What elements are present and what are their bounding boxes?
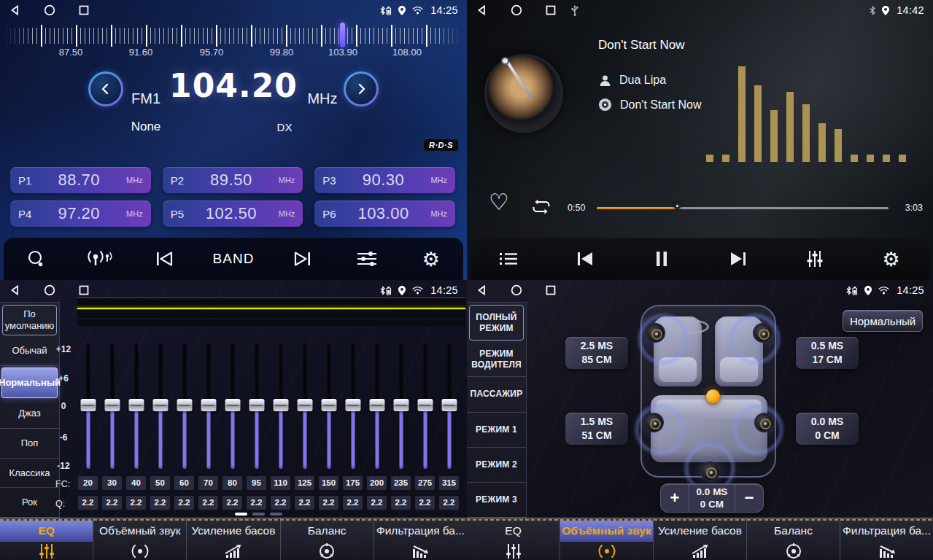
- q-value[interactable]: 2.2: [415, 496, 435, 510]
- settings-gear-icon[interactable]: ⚙: [415, 243, 447, 275]
- eq-preset-default[interactable]: По умолчанию: [2, 305, 57, 335]
- front-right-delay[interactable]: 0.5 MS 17 CM: [796, 337, 859, 369]
- eq-band-slider[interactable]: [365, 343, 389, 469]
- slider-knob[interactable]: [369, 399, 384, 411]
- eq-band-slider[interactable]: [413, 343, 437, 469]
- tab-balance[interactable]: Баланс: [281, 518, 374, 560]
- fc-value[interactable]: 95: [247, 476, 266, 490]
- q-value[interactable]: 2.2: [391, 496, 411, 510]
- slider-knob[interactable]: [104, 399, 120, 411]
- nav-back-icon[interactable]: [9, 4, 21, 17]
- tab-filter[interactable]: Фильтрация ба...: [374, 518, 467, 560]
- tab-balance[interactable]: Баланс: [747, 518, 840, 560]
- nav-home-icon[interactable]: [43, 4, 55, 17]
- fc-value[interactable]: 200: [367, 476, 387, 490]
- fc-value[interactable]: 50: [150, 476, 170, 490]
- slider-knob[interactable]: [201, 399, 216, 411]
- fc-value[interactable]: 70: [198, 476, 218, 490]
- q-value[interactable]: 2.2: [150, 496, 170, 510]
- fc-value[interactable]: 235: [391, 476, 411, 490]
- listening-position-marker[interactable]: [706, 389, 720, 403]
- q-value[interactable]: 2.2: [102, 496, 122, 510]
- front-left-speaker-icon[interactable]: [646, 323, 665, 343]
- subwoofer-icon[interactable]: [700, 462, 720, 481]
- eq-preset-classic[interactable]: Классика: [0, 459, 59, 489]
- tab-eq[interactable]: EQ: [0, 518, 93, 560]
- tab-filter[interactable]: Фильтрация ба...: [840, 518, 933, 560]
- slider-knob[interactable]: [441, 399, 457, 411]
- favorite-heart-icon[interactable]: ♡: [489, 191, 509, 214]
- front-left-delay[interactable]: 2.5 MS 85 CM: [565, 337, 628, 369]
- mode-driver[interactable]: РЕЖИМ ВОДИТЕЛЯ: [467, 342, 526, 377]
- q-value[interactable]: 2.2: [78, 496, 98, 510]
- fc-value[interactable]: 315: [439, 476, 459, 490]
- nav-recents-icon[interactable]: [544, 4, 557, 17]
- radio-preset[interactable]: P4 97.20 MHz: [10, 201, 151, 227]
- rear-right-speaker-icon[interactable]: [754, 413, 774, 432]
- q-value[interactable]: 2.2: [319, 496, 338, 510]
- nav-home-icon[interactable]: [510, 284, 522, 297]
- q-value[interactable]: 2.2: [271, 496, 290, 510]
- slider-knob[interactable]: [177, 399, 192, 411]
- eq-band-slider[interactable]: [268, 343, 293, 469]
- eq-band-slider[interactable]: [389, 343, 413, 469]
- q-value[interactable]: 2.2: [198, 496, 218, 510]
- fc-value[interactable]: 110: [271, 476, 290, 490]
- broadcast-button[interactable]: [84, 243, 116, 275]
- eq-preset-pop[interactable]: Поп: [0, 429, 59, 459]
- eq-band-slider[interactable]: [148, 343, 172, 469]
- tab-bass-boost[interactable]: Усиление басов: [187, 518, 280, 560]
- slider-knob[interactable]: [80, 399, 96, 411]
- eq-band-slider[interactable]: [341, 343, 365, 469]
- nav-home-icon[interactable]: [510, 4, 522, 17]
- scan-button[interactable]: [20, 243, 52, 275]
- eq-preset-rock[interactable]: Рок: [0, 488, 59, 518]
- eq-preset-normal[interactable]: Нормальный: [1, 368, 58, 398]
- eq-preset-jazz[interactable]: Джаз: [0, 400, 59, 429]
- fc-value[interactable]: 275: [415, 476, 435, 490]
- frequency-pointer[interactable]: [340, 23, 345, 47]
- fc-value[interactable]: 150: [319, 476, 338, 490]
- band-button[interactable]: BAND: [213, 243, 255, 275]
- nav-recents-icon[interactable]: [544, 284, 557, 297]
- radio-preset[interactable]: P3 90.30 MHz: [314, 167, 455, 193]
- eq-band-slider[interactable]: [172, 343, 196, 469]
- q-value[interactable]: 2.2: [174, 496, 194, 510]
- nav-back-icon[interactable]: [476, 4, 488, 17]
- delay-minus-button[interactable]: −: [735, 484, 763, 512]
- eq-band-slider[interactable]: [220, 343, 244, 469]
- slider-knob[interactable]: [297, 399, 312, 411]
- nav-recents-icon[interactable]: [77, 4, 90, 17]
- nav-back-icon[interactable]: [9, 284, 21, 297]
- settings-gear-icon[interactable]: ⚙: [875, 243, 907, 275]
- tune-up-button[interactable]: [344, 71, 379, 106]
- previous-track-button[interactable]: [569, 243, 601, 275]
- mode-passenger[interactable]: ПАССАЖИР: [467, 377, 526, 412]
- tab-surround[interactable]: Объёмный звук: [93, 518, 187, 560]
- delay-plus-button[interactable]: +: [661, 484, 689, 512]
- tab-eq[interactable]: EQ: [467, 518, 560, 560]
- radio-preset[interactable]: P5 102.50 MHz: [163, 201, 303, 227]
- fc-value[interactable]: 40: [126, 476, 146, 490]
- mode-3[interactable]: РЕЖИМ 3: [467, 483, 526, 518]
- fc-value[interactable]: 20: [78, 476, 98, 490]
- eq-band-slider[interactable]: [196, 343, 220, 469]
- q-value[interactable]: 2.2: [126, 496, 146, 510]
- q-value[interactable]: 2.2: [222, 496, 242, 510]
- progress-handle[interactable]: [674, 203, 681, 209]
- q-value[interactable]: 2.2: [295, 496, 314, 510]
- slider-knob[interactable]: [273, 399, 288, 411]
- slider-knob[interactable]: [225, 399, 240, 411]
- repeat-icon[interactable]: [531, 198, 551, 215]
- slider-knob[interactable]: [152, 399, 168, 411]
- slider-knob[interactable]: [393, 399, 409, 411]
- fc-value[interactable]: 60: [174, 476, 194, 490]
- nav-back-icon[interactable]: [476, 284, 488, 297]
- slider-knob[interactable]: [321, 399, 336, 411]
- eq-band-slider[interactable]: [100, 343, 124, 469]
- audio-settings-button[interactable]: [351, 243, 383, 275]
- mode-2[interactable]: РЕЖИМ 2: [467, 448, 526, 483]
- q-value[interactable]: 2.2: [439, 496, 459, 510]
- q-value[interactable]: 2.2: [247, 496, 266, 510]
- next-station-button[interactable]: [287, 243, 319, 275]
